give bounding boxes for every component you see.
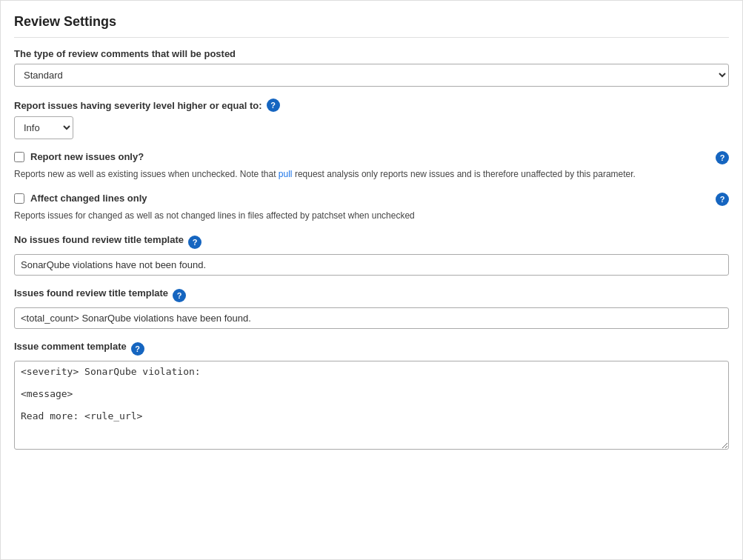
- no-issues-template-section: No issues found review title template ?: [14, 234, 729, 276]
- review-type-section: The type of review comments that will be…: [14, 48, 729, 87]
- report-new-issues-checkbox[interactable]: [14, 152, 24, 162]
- no-issues-template-label-row: No issues found review title template ?: [14, 234, 729, 250]
- no-issues-template-label: No issues found review title template: [14, 234, 184, 245]
- affect-changed-lines-description: Reports issues for changed as well as no…: [14, 209, 729, 222]
- issues-found-template-label: Issues found review title template: [14, 287, 168, 299]
- report-new-issues-description: Reports new as well as existing issues w…: [14, 167, 729, 181]
- report-new-issues-label: Report new issues only?: [30, 151, 144, 162]
- review-type-label: The type of review comments that will be…: [14, 48, 729, 59]
- severity-label: Report issues having severity level high…: [14, 100, 262, 111]
- no-issues-template-input[interactable]: [14, 254, 729, 276]
- report-new-issues-help-icon[interactable]: ?: [716, 151, 729, 164]
- report-new-issues-section: Report new issues only? ? Reports new as…: [14, 151, 729, 181]
- affect-changed-lines-section: Affect changed lines only ? Reports issu…: [14, 193, 729, 222]
- severity-label-row: Report issues having severity level high…: [14, 99, 729, 112]
- issues-found-template-section: Issues found review title template ?: [14, 287, 729, 329]
- no-issues-template-help-icon[interactable]: ?: [188, 236, 201, 249]
- pull-request-link: pull: [279, 169, 293, 179]
- affect-changed-lines-checkbox[interactable]: [14, 193, 24, 204]
- issue-comment-template-textarea[interactable]: <severity> SonarQube violation: <message…: [14, 361, 729, 450]
- issues-found-template-label-row: Issues found review title template ?: [14, 287, 729, 303]
- affect-changed-lines-left: Affect changed lines only: [14, 193, 147, 204]
- affect-changed-lines-help-icon[interactable]: ?: [716, 193, 729, 206]
- review-settings-container: Review Settings The type of review comme…: [0, 0, 743, 560]
- issue-comment-template-label-row: Issue comment template ?: [14, 341, 729, 356]
- severity-help-icon[interactable]: ?: [267, 99, 280, 112]
- affect-changed-lines-row: Affect changed lines only ?: [14, 193, 729, 206]
- affect-changed-lines-label: Affect changed lines only: [30, 193, 147, 204]
- issues-found-template-help-icon[interactable]: ?: [173, 289, 186, 302]
- report-new-issues-left: Report new issues only?: [14, 151, 144, 162]
- review-type-select[interactable]: Standard Inline Both: [14, 64, 729, 87]
- report-new-issues-row: Report new issues only? ?: [14, 151, 729, 164]
- severity-select[interactable]: Info Minor Major Critical Blocker: [14, 116, 73, 139]
- severity-section: Report issues having severity level high…: [14, 99, 729, 139]
- issue-comment-template-label: Issue comment template: [14, 341, 127, 352]
- issue-comment-template-help-icon[interactable]: ?: [131, 342, 144, 356]
- issues-found-template-input[interactable]: [14, 307, 729, 329]
- issue-comment-template-section: Issue comment template ? <severity> Sona…: [14, 341, 729, 452]
- page-title: Review Settings: [14, 14, 729, 38]
